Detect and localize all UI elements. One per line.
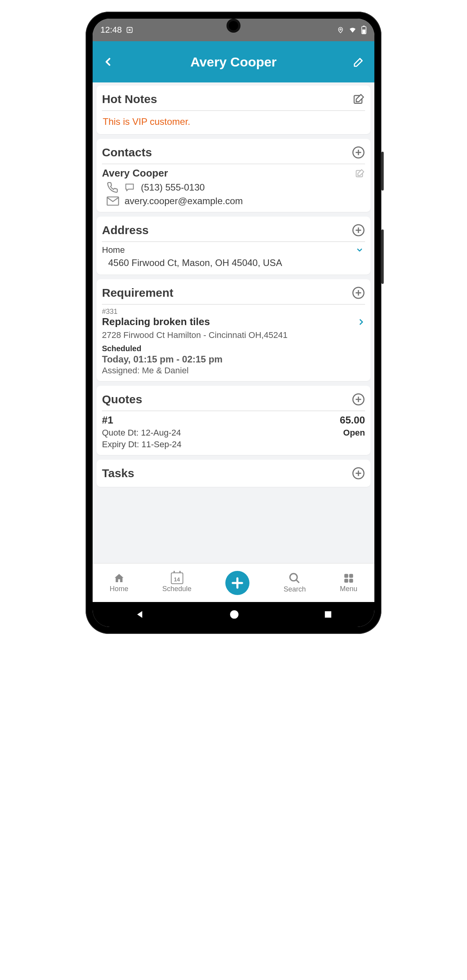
contact-name: Avery Cooper bbox=[102, 167, 168, 179]
svg-rect-29 bbox=[349, 574, 353, 578]
quote-amount: 65.00 bbox=[340, 414, 365, 426]
add-address-button[interactable] bbox=[352, 224, 365, 237]
quotes-card: Quotes #1 65.00 Quote Dt: 12-Aug-24 Open bbox=[97, 386, 370, 455]
requirement-card: Requirement #331 Replacing broken tiles … bbox=[97, 279, 370, 381]
plus-circle-icon bbox=[352, 286, 365, 299]
contacts-card: Contacts Avery Cooper bbox=[97, 139, 370, 212]
tab-home-label: Home bbox=[110, 585, 128, 593]
add-task-button[interactable] bbox=[352, 467, 365, 480]
call-button[interactable] bbox=[107, 182, 118, 193]
page-title: Avery Cooper bbox=[93, 54, 374, 70]
status-time: 12:48 bbox=[100, 25, 122, 35]
address-title: Address bbox=[102, 224, 149, 237]
chevron-right-icon bbox=[357, 317, 365, 327]
phone-icon bbox=[107, 182, 118, 193]
android-nav-bar bbox=[93, 602, 374, 627]
address-text: 4560 Firwood Ct, Mason, OH 45040, USA bbox=[102, 255, 365, 269]
plus-circle-icon bbox=[352, 146, 365, 159]
svg-rect-28 bbox=[344, 574, 348, 578]
content-area[interactable]: Hot Notes This is VIP customer. Contacts bbox=[93, 82, 374, 563]
hot-notes-title: Hot Notes bbox=[102, 93, 157, 106]
tasks-title: Tasks bbox=[102, 467, 134, 480]
plus-circle-icon bbox=[352, 393, 365, 406]
hot-notes-card: Hot Notes This is VIP customer. bbox=[97, 86, 370, 134]
grid-icon bbox=[343, 572, 355, 584]
tab-home[interactable]: Home bbox=[110, 572, 128, 593]
edit-contact-button[interactable] bbox=[355, 168, 365, 178]
quote-status: Open bbox=[343, 428, 365, 438]
chevron-down-icon bbox=[354, 246, 365, 254]
address-row[interactable]: Home bbox=[102, 245, 365, 255]
svg-rect-3 bbox=[363, 26, 365, 26]
message-icon bbox=[124, 182, 135, 192]
square-icon bbox=[324, 610, 332, 619]
requirement-time: Today, 01:15 pm - 02:15 pm bbox=[102, 353, 365, 365]
edit-hot-notes-button[interactable] bbox=[353, 93, 365, 105]
status-misc-icon bbox=[126, 26, 133, 34]
pencil-square-icon bbox=[355, 168, 365, 178]
triangle-left-icon bbox=[135, 609, 145, 620]
hot-notes-text: This is VIP customer. bbox=[102, 114, 365, 129]
tab-search-label: Search bbox=[284, 585, 306, 593]
svg-rect-30 bbox=[344, 579, 348, 583]
svg-rect-33 bbox=[325, 611, 331, 618]
wifi-icon bbox=[348, 26, 357, 34]
envelope-icon bbox=[107, 196, 119, 206]
svg-point-1 bbox=[340, 29, 341, 30]
search-icon bbox=[288, 572, 301, 584]
address-label: Home bbox=[102, 245, 125, 255]
home-icon bbox=[112, 572, 126, 584]
location-icon bbox=[337, 26, 344, 34]
quote-row[interactable]: #1 65.00 Quote Dt: 12-Aug-24 Open Expiry… bbox=[102, 414, 365, 450]
tab-menu[interactable]: Menu bbox=[340, 572, 357, 593]
bottom-tab-bar: Home 14 Schedule Search Menu bbox=[93, 563, 374, 602]
quote-id: #1 bbox=[102, 414, 113, 426]
tab-menu-label: Menu bbox=[340, 585, 357, 593]
add-requirement-button[interactable] bbox=[352, 286, 365, 299]
contact-email: avery.cooper@example.com bbox=[125, 196, 243, 206]
plus-icon bbox=[230, 576, 244, 590]
requirement-title: Requirement bbox=[102, 286, 173, 299]
quote-expiry: Expiry Dt: 11-Sep-24 bbox=[102, 438, 365, 450]
address-card: Address Home 4560 Firwood Ct, Mason, OH … bbox=[97, 217, 370, 275]
requirement-status: Scheduled bbox=[102, 340, 365, 353]
app-header: Avery Cooper bbox=[93, 41, 374, 82]
requirement-name: Replacing broken tiles bbox=[102, 316, 210, 328]
chevron-left-icon bbox=[103, 54, 114, 70]
email-button[interactable] bbox=[107, 196, 119, 206]
svg-rect-31 bbox=[349, 579, 353, 583]
calendar-icon: 14 bbox=[171, 572, 183, 584]
contacts-title: Contacts bbox=[102, 146, 152, 159]
circle-icon bbox=[229, 609, 239, 620]
android-back-button[interactable] bbox=[135, 609, 145, 620]
requirement-number: #331 bbox=[102, 308, 365, 316]
contact-phone: (513) 555-0130 bbox=[141, 182, 205, 193]
svg-line-27 bbox=[296, 580, 299, 583]
svg-point-32 bbox=[230, 610, 239, 619]
svg-rect-4 bbox=[362, 30, 365, 33]
battery-icon bbox=[361, 26, 367, 34]
requirement-row[interactable]: Replacing broken tiles bbox=[102, 316, 365, 328]
quotes-title: Quotes bbox=[102, 393, 142, 406]
edit-customer-button[interactable] bbox=[351, 54, 367, 70]
android-recent-button[interactable] bbox=[324, 610, 332, 619]
tab-schedule[interactable]: 14 Schedule bbox=[162, 572, 191, 593]
pencil-square-icon bbox=[353, 93, 365, 105]
requirement-address: 2728 Firwood Ct Hamilton - Cincinnati OH… bbox=[102, 328, 365, 340]
add-quote-button[interactable] bbox=[352, 393, 365, 406]
requirement-assigned: Assigned: Me & Daniel bbox=[102, 365, 365, 376]
tasks-card: Tasks bbox=[97, 460, 370, 487]
plus-circle-icon bbox=[352, 224, 365, 237]
plus-circle-icon bbox=[352, 467, 365, 480]
pencil-square-icon bbox=[352, 55, 365, 68]
fab-add-button[interactable] bbox=[225, 571, 249, 595]
tab-schedule-label: Schedule bbox=[162, 585, 191, 593]
quote-date: Quote Dt: 12-Aug-24 bbox=[102, 428, 181, 438]
back-button[interactable] bbox=[100, 54, 116, 70]
android-home-button[interactable] bbox=[229, 609, 239, 620]
tab-search[interactable]: Search bbox=[284, 572, 306, 593]
message-button[interactable] bbox=[124, 182, 135, 192]
add-contact-button[interactable] bbox=[352, 146, 365, 159]
